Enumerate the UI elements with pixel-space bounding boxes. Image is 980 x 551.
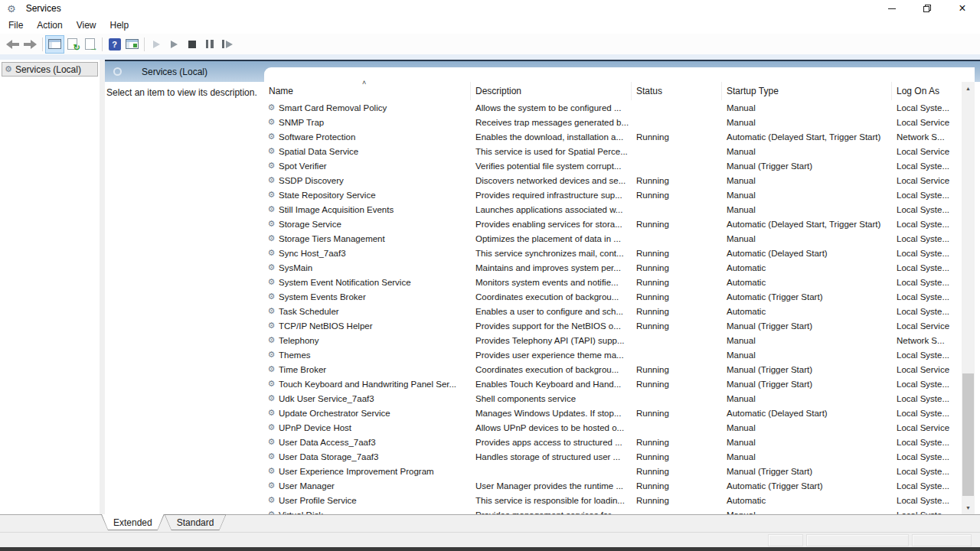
service-row[interactable]: ⚙ Smart Card Removal Policy Allows the s… bbox=[264, 100, 962, 115]
service-gear-icon: ⚙ bbox=[266, 350, 276, 359]
service-startup-type: Manual (Trigger Start) bbox=[722, 464, 892, 478]
restart-service-button[interactable] bbox=[218, 36, 236, 53]
service-name: User Profile Service bbox=[279, 496, 357, 505]
service-name-cell: ⚙ Sync Host_7aaf3 bbox=[264, 246, 471, 260]
service-row[interactable]: ⚙ Still Image Acquisition Events Launche… bbox=[264, 202, 962, 217]
service-description: Provides management services for bbox=[471, 507, 632, 514]
service-gear-icon: ⚙ bbox=[266, 234, 276, 243]
tab-extended[interactable]: Extended bbox=[101, 514, 165, 530]
service-row[interactable]: ⚙ Sync Host_7aaf3 This service synchroni… bbox=[264, 246, 962, 260]
service-row[interactable]: ⚙ Storage Service Provides enabling serv… bbox=[264, 217, 962, 231]
service-startup-type: Manual bbox=[722, 187, 892, 202]
service-row[interactable]: ⚙ User Manager User Manager provides the… bbox=[264, 478, 962, 493]
vertical-scrollbar[interactable]: ▲ ▼ bbox=[962, 82, 975, 514]
service-row[interactable]: ⚙ User Data Access_7aaf3 Provides apps a… bbox=[264, 435, 962, 449]
scope-title: Services (Local) bbox=[142, 67, 207, 77]
stop-icon bbox=[188, 41, 196, 48]
back-button[interactable] bbox=[4, 36, 21, 53]
service-gear-icon: ⚙ bbox=[266, 103, 276, 112]
service-description: Provides user experience theme ma... bbox=[471, 347, 632, 362]
service-description bbox=[471, 464, 632, 478]
console-tree-panel: ⚙ Services (Local) bbox=[0, 60, 100, 514]
menu-help[interactable]: Help bbox=[103, 17, 136, 34]
service-row[interactable]: ⚙ TCP/IP NetBIOS Helper Provides support… bbox=[264, 318, 962, 333]
close-button[interactable]: × bbox=[945, 0, 980, 17]
service-row[interactable]: ⚙ SNMP Trap Receives trap messages gener… bbox=[264, 115, 962, 129]
service-status bbox=[632, 347, 722, 362]
pane-splitter[interactable] bbox=[100, 60, 105, 514]
column-header-description[interactable]: Description bbox=[471, 82, 632, 100]
service-status bbox=[632, 420, 722, 435]
service-name: Telephony bbox=[279, 336, 318, 345]
service-log-on-as: Local Service bbox=[892, 362, 962, 377]
service-row[interactable]: ⚙ System Event Notification Service Moni… bbox=[264, 275, 962, 289]
service-row[interactable]: ⚙ Touch Keyboard and Handwriting Panel S… bbox=[264, 377, 962, 391]
forward-button[interactable] bbox=[21, 36, 39, 53]
service-row[interactable]: ⚙ Themes Provides user experience theme … bbox=[264, 347, 962, 362]
service-description: Optimizes the placement of data in ... bbox=[471, 231, 632, 246]
help-icon: ? bbox=[109, 38, 121, 51]
service-name: UPnP Device Host bbox=[279, 423, 351, 432]
restore-button[interactable] bbox=[910, 0, 945, 17]
service-name-cell: ⚙ TCP/IP NetBIOS Helper bbox=[264, 318, 471, 333]
service-gear-icon: ⚙ bbox=[266, 365, 276, 373]
menu-action[interactable]: Action bbox=[30, 17, 69, 34]
service-row[interactable]: ⚙ Software Protection Enables the downlo… bbox=[264, 129, 962, 144]
forward-arrow-icon bbox=[24, 40, 37, 49]
service-startup-type: Manual (Trigger Start) bbox=[722, 377, 892, 391]
service-row[interactable]: ⚙ User Data Storage_7aaf3 Handles storag… bbox=[264, 449, 962, 464]
service-row[interactable]: ⚙ UPnP Device Host Allows UPnP devices t… bbox=[264, 420, 962, 435]
column-header-status[interactable]: Status bbox=[632, 82, 722, 100]
service-log-on-as: Local Syste bbox=[892, 507, 962, 514]
column-header-log-on-as[interactable]: Log On As bbox=[892, 82, 962, 100]
service-gear-icon: ⚙ bbox=[266, 263, 276, 272]
properties-button[interactable] bbox=[123, 36, 141, 53]
service-row[interactable]: ⚙ SSDP Discovery Discovers networked dev… bbox=[264, 173, 962, 187]
refresh-button[interactable]: ↻ bbox=[64, 36, 81, 53]
service-status: Running bbox=[632, 435, 722, 449]
export-list-button[interactable]: → bbox=[81, 36, 99, 53]
service-gear-icon: ⚙ bbox=[266, 176, 276, 184]
service-row[interactable]: ⚙ Task Scheduler Enables a user to confi… bbox=[264, 304, 962, 318]
stop-service-button[interactable] bbox=[183, 36, 201, 53]
play-service-button[interactable] bbox=[165, 36, 183, 53]
column-header-name[interactable]: Name ˄ bbox=[264, 82, 471, 100]
service-row[interactable]: ⚙ SysMain Maintains and improves system … bbox=[264, 260, 962, 275]
services-window: ⚙ Services × File Action View Help ↻ → ? bbox=[0, 0, 980, 551]
service-status bbox=[632, 333, 722, 347]
service-startup-type: Manual bbox=[722, 173, 892, 187]
service-row[interactable]: ⚙ State Repository Service Provides requ… bbox=[264, 187, 962, 202]
tab-standard[interactable]: Standard bbox=[165, 514, 227, 530]
service-name-cell: ⚙ Touch Keyboard and Handwriting Panel S… bbox=[264, 377, 471, 391]
service-row[interactable]: ⚙ User Experience Improvement Program Ru… bbox=[264, 464, 962, 478]
service-row[interactable]: ⚙ User Profile Service This service is r… bbox=[264, 493, 962, 507]
menu-view[interactable]: View bbox=[70, 17, 103, 34]
service-row[interactable]: ⚙ Udk User Service_7aaf3 Shell component… bbox=[264, 391, 962, 406]
service-row[interactable]: ⚙ Storage Tiers Management Optimizes the… bbox=[264, 231, 962, 246]
content-area: ⚙ Services (Local) Services (Local) Sele… bbox=[0, 60, 980, 514]
service-name: Task Scheduler bbox=[279, 307, 339, 316]
service-row[interactable]: ⚙ Spatial Data Service This service is u… bbox=[264, 144, 962, 158]
service-row[interactable]: ⚙ Spot Verifier Verifies potential file … bbox=[264, 158, 962, 173]
tree-item-services-local[interactable]: ⚙ Services (Local) bbox=[2, 62, 98, 77]
pause-service-button[interactable] bbox=[201, 36, 218, 53]
menu-file[interactable]: File bbox=[2, 17, 30, 34]
service-row[interactable]: ⚙ System Events Broker Coordinates execu… bbox=[264, 289, 962, 304]
start-service-button[interactable] bbox=[148, 36, 165, 53]
service-row[interactable]: ⚙ Time Broker Coordinates execution of b… bbox=[264, 362, 962, 377]
show-hide-console-tree-button[interactable] bbox=[46, 36, 64, 53]
service-row[interactable]: ⚙ Update Orchestrator Service Manages Wi… bbox=[264, 406, 962, 420]
service-log-on-as: Local Syste... bbox=[892, 158, 962, 173]
service-startup-type: Manual (Trigger Start) bbox=[722, 318, 892, 333]
column-header-startup-type[interactable]: Startup Type bbox=[722, 82, 892, 100]
service-row[interactable]: ⚙ Telephony Provides Telephony API (TAPI… bbox=[264, 333, 962, 347]
help-button[interactable]: ? bbox=[106, 36, 123, 53]
scrollbar-thumb[interactable] bbox=[962, 373, 974, 496]
scroll-down-button[interactable]: ▼ bbox=[962, 501, 975, 514]
service-name: User Experience Improvement Program bbox=[279, 467, 434, 476]
status-panel bbox=[912, 534, 972, 546]
scroll-up-button[interactable]: ▲ bbox=[962, 82, 975, 95]
service-description: Manages Windows Updates. If stop... bbox=[471, 406, 632, 420]
minimize-button[interactable] bbox=[874, 0, 910, 17]
service-row[interactable]: ⚙ Virtual Disk Provides management servi… bbox=[264, 507, 962, 514]
